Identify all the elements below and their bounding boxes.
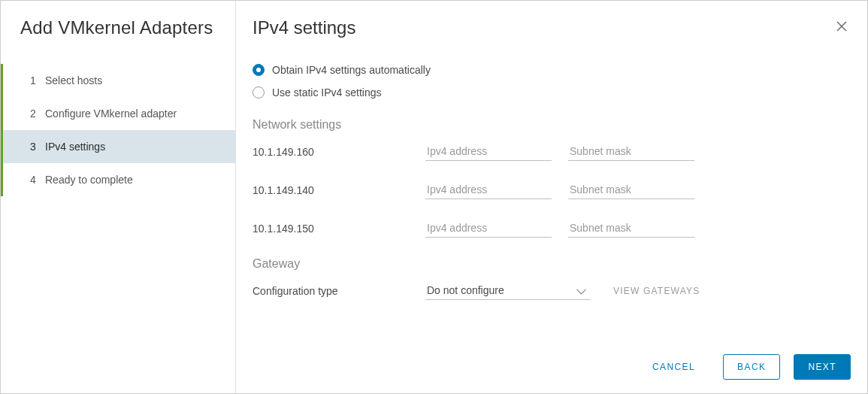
step-number: 3: [30, 141, 38, 153]
subnet-mask-input[interactable]: [568, 219, 694, 238]
radio-icon: [253, 64, 265, 76]
main-header: IPv4 settings: [236, 1, 867, 38]
close-button[interactable]: [833, 17, 851, 35]
next-button[interactable]: NEXT: [794, 354, 851, 380]
network-row: 10.1.149.140: [253, 180, 851, 199]
back-button[interactable]: BACK: [723, 354, 780, 380]
step-ready-to-complete[interactable]: 4 Ready to complete: [3, 163, 235, 196]
close-icon: [836, 21, 847, 32]
content-scroll[interactable]: Obtain IPv4 settings automatically Use s…: [236, 49, 867, 343]
host-label: 10.1.149.150: [253, 223, 425, 238]
wizard-dialog: Add VMkernel Adapters 1 Select hosts 2 C…: [0, 0, 868, 394]
ipv4-address-input[interactable]: [425, 180, 552, 199]
cancel-button[interactable]: CANCEL: [638, 354, 709, 380]
radio-use-static[interactable]: Use static IPv4 settings: [253, 86, 851, 98]
gateway-config-label: Configuration type: [253, 285, 425, 297]
radio-icon: [253, 86, 265, 98]
gateway-select-wrap: Do not configure: [425, 281, 591, 300]
subnet-mask-input[interactable]: [568, 180, 694, 199]
step-number: 1: [30, 74, 38, 86]
radio-label: Obtain IPv4 settings automatically: [272, 64, 431, 76]
step-ipv4-settings[interactable]: 3 IPv4 settings: [3, 130, 235, 163]
gateway-row: Configuration type Do not configure VIEW…: [253, 281, 851, 300]
step-configure-adapter[interactable]: 2 Configure VMkernel adapter: [3, 97, 235, 130]
subnet-mask-input[interactable]: [568, 142, 694, 161]
wizard-sidebar: Add VMkernel Adapters 1 Select hosts 2 C…: [1, 1, 236, 393]
host-label: 10.1.149.140: [253, 184, 425, 199]
dialog-footer: CANCEL BACK NEXT: [236, 343, 867, 393]
dialog-body: Add VMkernel Adapters 1 Select hosts 2 C…: [1, 1, 867, 393]
step-label: Configure VMkernel adapter: [45, 108, 177, 120]
wizard-steps: 1 Select hosts 2 Configure VMkernel adap…: [1, 64, 235, 196]
host-label: 10.1.149.160: [253, 146, 425, 161]
gateway-heading: Gateway: [253, 257, 851, 271]
step-select-hosts[interactable]: 1 Select hosts: [3, 64, 235, 97]
network-settings-heading: Network settings: [253, 118, 851, 132]
network-row: 10.1.149.150: [253, 219, 851, 238]
content-spacer: [253, 300, 851, 330]
ipv4-address-input[interactable]: [425, 142, 552, 161]
main-panel: IPv4 settings Obtain IPv4 settings autom…: [236, 1, 867, 393]
step-label: IPv4 settings: [45, 141, 105, 153]
page-title: IPv4 settings: [253, 17, 355, 38]
radio-label: Use static IPv4 settings: [272, 86, 382, 98]
gateway-config-select[interactable]: Do not configure: [425, 281, 591, 300]
ipv4-address-input[interactable]: [425, 219, 552, 238]
step-label: Ready to complete: [45, 174, 133, 186]
step-number: 4: [30, 174, 38, 186]
wizard-title: Add VMkernel Adapters: [20, 17, 235, 38]
step-number: 2: [30, 108, 38, 120]
step-label: Select hosts: [45, 74, 102, 86]
network-row: 10.1.149.160: [253, 142, 851, 161]
view-gateways-link[interactable]: VIEW GATEWAYS: [613, 286, 700, 296]
radio-obtain-auto[interactable]: Obtain IPv4 settings automatically: [253, 64, 851, 76]
